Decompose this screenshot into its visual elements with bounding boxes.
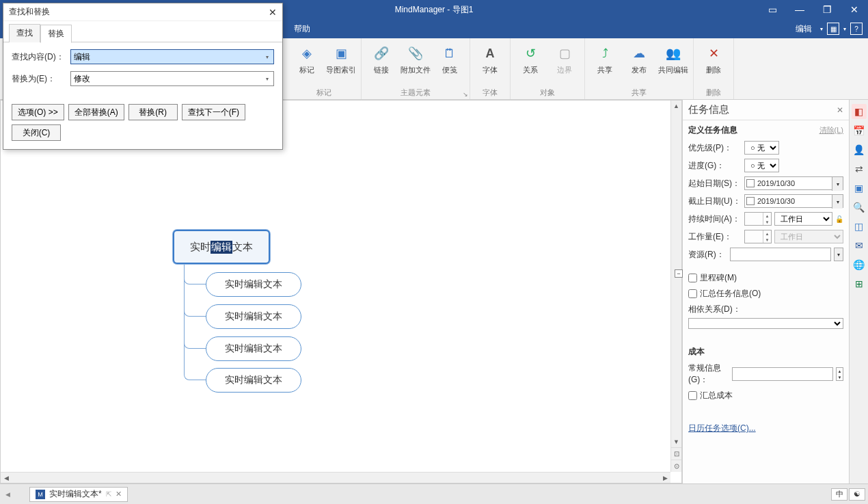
rail-layer-icon[interactable]: ▣ bbox=[852, 181, 867, 196]
canvas[interactable]: 实时编辑文本 实时编辑文本 实时编辑文本 实时编辑文本 实时编辑文本 ▲ ▼ ⊡… bbox=[0, 100, 682, 483]
lock-icon[interactable]: 🔓 bbox=[835, 215, 843, 223]
ribbon-attach[interactable]: 📎 附加文件 bbox=[400, 41, 431, 86]
ime-indicator[interactable]: 中 bbox=[831, 488, 847, 501]
rail-search-icon[interactable]: 🔍 bbox=[852, 200, 867, 215]
find-label: 查找内容(D)： bbox=[12, 51, 65, 63]
replace-button[interactable]: 替换(R) bbox=[128, 104, 178, 120]
topic-text-prefix: 实时 bbox=[190, 241, 211, 254]
document-tab[interactable]: M 实时编辑文本* ⇱ ✕ bbox=[29, 487, 128, 502]
find-input[interactable] bbox=[70, 49, 274, 64]
ribbon-tag[interactable]: ◈ 标记 bbox=[291, 41, 323, 86]
group-label: 对象 bbox=[540, 88, 555, 98]
ribbon-link[interactable]: 🔗 链接 bbox=[366, 41, 397, 86]
find-next-button[interactable]: 查找下一个(F) bbox=[182, 104, 245, 120]
replace-label: 替换为(E)： bbox=[12, 73, 65, 85]
rail-person-icon[interactable]: 👤 bbox=[852, 142, 867, 157]
tab-nav-left-icon[interactable]: ◀ bbox=[5, 491, 10, 498]
tab-pin-icon[interactable]: ⇱ bbox=[106, 490, 111, 498]
rollup-cost-checkbox[interactable] bbox=[688, 391, 697, 400]
document-tab-bar: ◀ M 实时编辑文本* ⇱ ✕ 中 ☯ bbox=[0, 483, 868, 504]
panel-close-icon[interactable]: ✕ bbox=[837, 105, 843, 115]
scrollbar-track[interactable] bbox=[12, 473, 660, 483]
rail-box-icon[interactable]: ◫ bbox=[852, 219, 867, 234]
end-date-value: 2019/10/30 bbox=[757, 197, 795, 205]
edit-label[interactable]: 编辑 bbox=[796, 23, 812, 35]
ribbon-map-index[interactable]: ▣ 导图索引 bbox=[325, 41, 357, 86]
find-dropdown-icon[interactable]: ▾ bbox=[261, 50, 273, 64]
topic-text-highlight: 编辑 bbox=[211, 241, 232, 254]
cost-general-input[interactable] bbox=[732, 367, 833, 381]
dropdown-icon[interactable]: ▾ bbox=[820, 26, 823, 32]
tab-find[interactable]: 查找 bbox=[9, 24, 40, 42]
subtopic[interactable]: 实时编辑文本 bbox=[206, 304, 301, 329]
replace-input[interactable] bbox=[70, 71, 274, 86]
ribbon-note[interactable]: 🗒 便笺 bbox=[434, 41, 465, 86]
rail-globe-icon[interactable]: 🌐 bbox=[852, 257, 867, 272]
ribbon-font[interactable]: A 字体 bbox=[474, 41, 506, 86]
rail-outlook-icon[interactable]: ✉ bbox=[852, 238, 867, 253]
clear-link[interactable]: 清除(L) bbox=[819, 125, 843, 135]
minimize-button[interactable]: — bbox=[786, 0, 813, 19]
fit-icon[interactable]: ⊡ bbox=[671, 447, 681, 460]
ime-settings[interactable]: ☯ bbox=[849, 488, 865, 501]
resource-dropdown-button[interactable]: ▾ bbox=[834, 248, 843, 261]
dropdown-icon[interactable]: ▾ bbox=[843, 26, 846, 32]
date-picker-button[interactable]: ▾ bbox=[832, 195, 843, 209]
tab-close-icon[interactable]: ✕ bbox=[116, 490, 122, 499]
rail-excel-icon[interactable]: ⊞ bbox=[852, 276, 867, 291]
progress-label: 进度(G)： bbox=[688, 160, 742, 172]
panel-collapse-button[interactable]: − bbox=[675, 269, 683, 278]
ribbon-publish[interactable]: ☁ 发布 bbox=[623, 41, 655, 86]
date-picker-button[interactable]: ▾ bbox=[832, 177, 843, 191]
effort-spinner[interactable]: ▲▼ bbox=[744, 230, 772, 243]
ribbon-group-share: ⤴ 共享 ☁ 发布 👥 共同编辑 共享 bbox=[585, 38, 694, 99]
ribbon-display-options[interactable]: ▭ bbox=[759, 0, 786, 19]
scroll-left-icon[interactable]: ◀ bbox=[1, 473, 12, 483]
milestone-checkbox[interactable] bbox=[688, 274, 697, 282]
ribbon-share[interactable]: ⤴ 共享 bbox=[589, 41, 621, 86]
progress-select[interactable]: ○ 无 bbox=[744, 159, 779, 172]
scroll-up-icon[interactable]: ▲ bbox=[671, 101, 681, 111]
start-date-value: 2019/10/30 bbox=[757, 179, 795, 187]
dialog-close-icon[interactable]: ✕ bbox=[269, 7, 277, 18]
main-area: 实时编辑文本 实时编辑文本 实时编辑文本 实时编辑文本 实时编辑文本 ▲ ▼ ⊡… bbox=[0, 100, 868, 483]
priority-label: 优先级(P)： bbox=[688, 142, 742, 154]
rail-calendar-icon[interactable]: 📅 bbox=[852, 123, 867, 138]
group-launcher[interactable]: ↘ bbox=[463, 91, 468, 98]
vertical-scrollbar[interactable]: ▲ ▼ ⊡ ⊙ bbox=[670, 101, 681, 472]
calendar-options-link[interactable]: 日历任务选项(C)... bbox=[683, 417, 849, 440]
tab-replace[interactable]: 替换 bbox=[40, 25, 72, 43]
priority-select[interactable]: ○ 无 bbox=[744, 141, 779, 155]
ribbon-delete[interactable]: ✕ 删除 bbox=[698, 41, 729, 86]
duration-unit-select[interactable]: 工作日 bbox=[774, 212, 832, 226]
close-button[interactable]: ✕ bbox=[841, 0, 868, 19]
horizontal-scrollbar[interactable]: ◀ ▶ bbox=[1, 472, 670, 483]
resource-input[interactable] bbox=[730, 248, 831, 261]
duration-label: 持续时间(A)： bbox=[688, 213, 742, 225]
ribbon-coedit[interactable]: 👥 共同编辑 bbox=[657, 41, 689, 86]
topic-main[interactable]: 实时编辑文本 bbox=[173, 230, 270, 264]
rail-task-icon[interactable]: ◧ bbox=[852, 104, 867, 119]
subtopic[interactable]: 实时编辑文本 bbox=[206, 368, 301, 393]
maximize-button[interactable]: ❐ bbox=[813, 0, 841, 19]
help-icon[interactable]: ? bbox=[850, 23, 863, 35]
subtopic[interactable]: 实时编辑文本 bbox=[206, 272, 301, 297]
rail-share-icon[interactable]: ⇄ bbox=[852, 161, 867, 176]
scroll-right-icon[interactable]: ▶ bbox=[660, 473, 670, 483]
dialog-title-bar[interactable]: 查找和替换 ✕ bbox=[3, 3, 282, 21]
dependency-select[interactable] bbox=[688, 318, 843, 329]
duration-spinner[interactable]: ▲▼ bbox=[744, 212, 772, 226]
options-button[interactable]: 选项(O) >> bbox=[12, 104, 64, 120]
group-label: 共享 bbox=[632, 88, 647, 98]
replace-all-button[interactable]: 全部替换(A) bbox=[68, 104, 124, 120]
dialog-close-button[interactable]: 关闭(C) bbox=[12, 124, 61, 141]
scroll-down-icon[interactable]: ▼ bbox=[671, 436, 681, 447]
tab-help[interactable]: 帮助 bbox=[294, 23, 310, 35]
subtopic[interactable]: 实时编辑文本 bbox=[206, 336, 301, 361]
ribbon-group-tag: ◈ 标记 ▣ 导图索引 标记 bbox=[287, 38, 362, 99]
center-icon[interactable]: ⊙ bbox=[671, 460, 681, 472]
replace-dropdown-icon[interactable]: ▾ bbox=[261, 72, 273, 85]
layout-icon[interactable]: ▦ bbox=[827, 23, 839, 35]
ribbon-relation[interactable]: ↺ 关系 bbox=[515, 41, 546, 86]
rollup-checkbox[interactable] bbox=[688, 289, 697, 298]
